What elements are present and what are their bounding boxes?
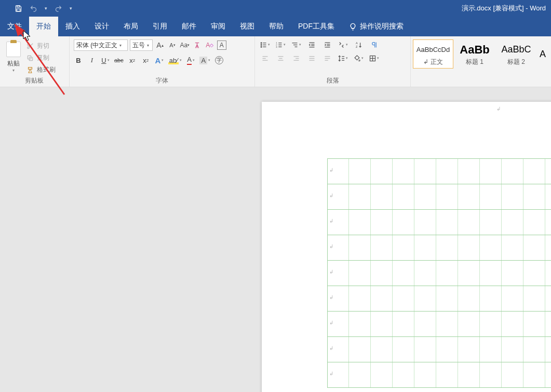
table-cell[interactable]	[414, 312, 436, 336]
text-direction-button[interactable]: ▾	[337, 39, 348, 50]
font-size-combo[interactable]: 五号▾	[130, 39, 153, 51]
table-cell[interactable]	[523, 312, 545, 336]
table-cell[interactable]	[349, 312, 371, 336]
table-cell[interactable]	[349, 235, 371, 260]
table-cell[interactable]	[414, 362, 436, 387]
table-cell[interactable]	[523, 261, 545, 286]
undo-dropdown-icon[interactable]: ▾	[45, 6, 47, 11]
table-cell[interactable]	[414, 184, 436, 209]
table-cell[interactable]	[414, 337, 436, 362]
change-case-button[interactable]: Aa▾	[180, 39, 190, 51]
table-cell[interactable]	[349, 261, 371, 286]
table-cell[interactable]	[458, 210, 480, 235]
table-cell[interactable]	[523, 362, 545, 387]
table-cell[interactable]	[523, 286, 545, 311]
line-spacing-button[interactable]: ▾	[337, 53, 348, 63]
table-cell[interactable]	[523, 235, 545, 260]
table-cell[interactable]	[371, 362, 393, 387]
table-cell[interactable]	[371, 235, 393, 260]
table-cell[interactable]	[393, 286, 414, 311]
table-cell[interactable]	[393, 362, 414, 387]
subscript-button[interactable]: x2	[128, 55, 137, 65]
style-normal[interactable]: AaBbCcDd ↲ 正文	[413, 39, 453, 69]
table-cell[interactable]	[436, 261, 458, 286]
document-table[interactable]: ↲↲↲↲↲↲↲↲↲	[327, 159, 551, 388]
table-cell[interactable]	[371, 337, 393, 362]
bold-button[interactable]: B	[74, 55, 83, 65]
table-cell[interactable]	[436, 235, 458, 260]
tab-mailings[interactable]: 邮件	[174, 17, 204, 36]
tab-design[interactable]: 设计	[87, 17, 116, 36]
table-cell[interactable]	[502, 159, 523, 184]
table-cell[interactable]	[414, 210, 436, 235]
grow-font-button[interactable]: A▴	[155, 39, 165, 51]
table-cell[interactable]	[458, 286, 480, 311]
strike-button[interactable]: abc	[114, 55, 124, 65]
table-cell[interactable]	[480, 184, 502, 209]
char-border-button[interactable]: A	[217, 40, 226, 50]
table-row[interactable]: ↲	[327, 260, 551, 286]
align-right-button[interactable]	[290, 53, 302, 63]
table-cell[interactable]	[393, 210, 414, 235]
underline-button[interactable]: U▾	[101, 55, 110, 65]
table-cell[interactable]	[523, 210, 545, 235]
table-row[interactable]: ↲	[327, 362, 551, 388]
table-row[interactable]: ↲	[327, 158, 551, 184]
table-cell[interactable]	[523, 159, 545, 184]
table-cell[interactable]	[436, 210, 458, 235]
table-cell[interactable]	[393, 337, 414, 362]
tab-pdf[interactable]: PDF工具集	[291, 17, 342, 36]
table-cell[interactable]	[349, 159, 371, 184]
tab-tellme[interactable]: 操作说明搜索	[342, 17, 411, 36]
italic-button[interactable]: I	[87, 55, 97, 65]
decrease-indent-button[interactable]	[306, 39, 317, 50]
table-cell[interactable]	[436, 362, 458, 387]
table-cell[interactable]	[480, 235, 502, 260]
table-cell[interactable]	[371, 286, 393, 311]
save-icon[interactable]	[15, 5, 22, 12]
phonetic-guide-button[interactable]	[192, 39, 203, 51]
tab-references[interactable]: 引用	[145, 17, 174, 36]
highlight-button[interactable]: ab⁄▾	[168, 55, 182, 65]
table-row[interactable]: ↲	[327, 336, 551, 362]
table-cell[interactable]	[523, 184, 545, 209]
table-cell[interactable]	[458, 261, 480, 286]
table-cell[interactable]	[502, 286, 523, 311]
table-row[interactable]: ↲	[327, 209, 551, 235]
table-row[interactable]: ↲	[327, 311, 551, 337]
table-cell[interactable]	[414, 261, 436, 286]
multilevel-button[interactable]: ▾	[290, 39, 302, 50]
table-cell[interactable]	[371, 312, 393, 336]
increase-indent-button[interactable]	[321, 39, 333, 50]
document-page[interactable]: ↲ ↲↲↲↲↲↲↲↲↲	[262, 102, 551, 392]
table-cell[interactable]	[480, 159, 502, 184]
document-area[interactable]: ↲ ↲↲↲↲↲↲↲↲↲	[0, 87, 551, 392]
table-cell[interactable]	[436, 184, 458, 209]
table-row[interactable]: ↲	[327, 286, 551, 312]
table-cell[interactable]	[480, 362, 502, 387]
table-cell[interactable]	[393, 159, 414, 184]
table-cell[interactable]	[458, 235, 480, 260]
table-cell[interactable]	[393, 261, 414, 286]
borders-button[interactable]: ▾	[368, 53, 380, 63]
sort-button[interactable]: AZ	[353, 39, 364, 50]
table-cell[interactable]	[502, 210, 523, 235]
redo-icon[interactable]	[55, 5, 62, 12]
table-cell[interactable]	[458, 337, 480, 362]
cut-button[interactable]: 剪切	[26, 42, 56, 50]
style-heading1[interactable]: AaBb 标题 1	[454, 39, 495, 69]
enclose-char-button[interactable]: 字	[214, 55, 224, 65]
superscript-button[interactable]: x2	[141, 55, 151, 65]
table-cell[interactable]	[371, 184, 393, 209]
paste-dropdown-icon[interactable]: ▾	[12, 68, 15, 73]
clear-formatting-button[interactable]: A◇	[205, 39, 215, 51]
table-cell[interactable]	[349, 210, 371, 235]
paste-button[interactable]: 粘贴	[7, 59, 20, 68]
shrink-font-button[interactable]: A▾	[167, 39, 178, 51]
undo-icon[interactable]	[30, 5, 37, 12]
shading-button[interactable]: ▾	[353, 53, 364, 63]
tab-help[interactable]: 帮助	[262, 17, 291, 36]
table-cell[interactable]	[349, 362, 371, 387]
table-cell[interactable]	[436, 286, 458, 311]
table-cell[interactable]	[436, 337, 458, 362]
